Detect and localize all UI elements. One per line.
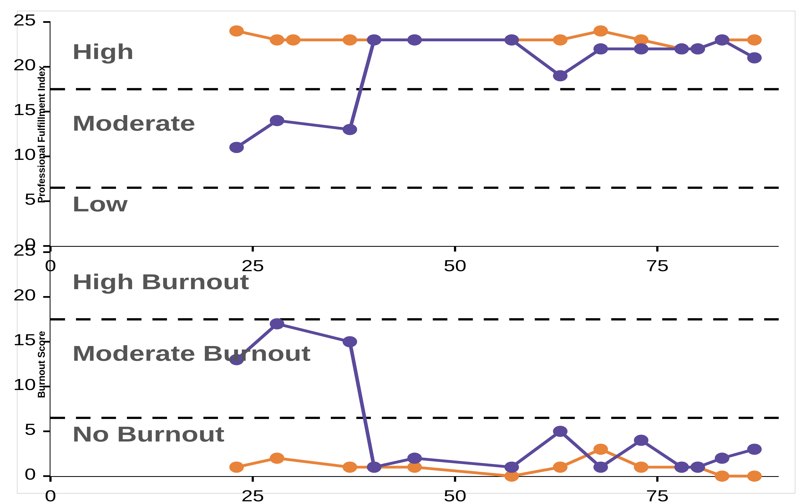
purple-fulfillment-dot: [553, 70, 567, 81]
purple-burnout-line: [237, 324, 754, 467]
y-tick-burnout-20: 20: [13, 286, 36, 303]
chart-svg-burnout: 05101520250255075High BurnoutModerate Bu…: [50, 252, 779, 476]
orange-burnout-dot: [715, 470, 729, 482]
purple-burnout-dot: [593, 461, 608, 473]
purple-fulfillment-dot: [674, 43, 689, 54]
x-tick-burnout-50: 50: [443, 487, 466, 504]
purple-burnout-dot: [504, 461, 519, 473]
y-tick-burnout-10: 10: [13, 376, 36, 393]
chart-container: Professional Fulfillment Index0510152025…: [17, 11, 795, 494]
zone-label-burnout-2: No Burnout: [72, 422, 225, 446]
orange-burnout-dot: [343, 461, 357, 473]
purple-burnout-dot: [634, 435, 648, 446]
zone-label-fulfillment-0: High: [72, 40, 134, 63]
purple-burnout-dot: [367, 461, 381, 473]
y-tick-burnout-0: 0: [24, 465, 36, 483]
orange-burnout-dot: [634, 461, 648, 473]
purple-burnout-dot: [715, 453, 729, 464]
purple-fulfillment-dot: [691, 43, 705, 54]
purple-fulfillment-dot: [343, 124, 357, 135]
y-tick-fulfillment-15: 15: [13, 101, 36, 118]
orange-burnout-dot: [553, 461, 567, 473]
purple-burnout-dot: [691, 461, 705, 473]
purple-fulfillment-dot: [715, 34, 729, 45]
plot-area-fulfillment: 05101520250255075HighModerateLow: [50, 22, 779, 247]
purple-fulfillment-dot: [747, 52, 762, 63]
y-axis-label-burnout: Burnout Score: [34, 252, 50, 477]
orange-burnout-dot: [593, 443, 608, 455]
purple-burnout-dot: [674, 461, 689, 473]
purple-fulfillment-dot: [229, 142, 244, 153]
orange-fulfillment-dot: [229, 25, 244, 36]
x-tick-burnout-75: 75: [646, 487, 669, 504]
orange-burnout-dot: [270, 453, 284, 464]
purple-fulfillment-line: [237, 40, 754, 147]
orange-burnout-dot: [747, 470, 762, 482]
chart-panel-burnout: Burnout Score05101520250255075High Burno…: [34, 252, 779, 477]
orange-fulfillment-dot: [343, 34, 357, 45]
zone-label-fulfillment-1: Moderate: [72, 111, 195, 135]
purple-burnout-dot: [343, 336, 357, 347]
y-tick-fulfillment-5: 5: [24, 190, 36, 208]
zone-label-burnout-0: High Burnout: [72, 270, 249, 293]
purple-fulfillment-dot: [367, 34, 381, 45]
purple-burnout-dot: [553, 426, 567, 437]
purple-fulfillment-dot: [270, 115, 284, 126]
y-tick-fulfillment-20: 20: [13, 56, 36, 73]
chart-svg-fulfillment: 05101520250255075HighModerateLow: [50, 22, 779, 246]
y-tick-fulfillment-25: 25: [13, 11, 36, 28]
orange-burnout-dot: [229, 461, 244, 473]
zone-label-fulfillment-2: Low: [72, 192, 128, 216]
orange-fulfillment-dot: [553, 34, 567, 45]
orange-fulfillment-dot: [747, 34, 762, 45]
purple-burnout-dot: [270, 318, 284, 329]
purple-fulfillment-dot: [634, 43, 648, 54]
zone-label-burnout-1: Moderate Burnout: [72, 341, 311, 365]
purple-fulfillment-dot: [593, 43, 608, 54]
y-tick-fulfillment-10: 10: [13, 145, 36, 163]
y-tick-burnout-25: 25: [13, 241, 36, 259]
y-tick-burnout-5: 5: [24, 420, 36, 438]
orange-fulfillment-dot: [593, 25, 608, 36]
purple-burnout-dot: [407, 453, 422, 464]
plot-area-burnout: 05101520250255075High BurnoutModerate Bu…: [50, 252, 779, 477]
y-axis-label-fulfillment: Professional Fulfillment Index: [34, 22, 50, 247]
orange-fulfillment-dot: [270, 34, 284, 45]
y-tick-burnout-15: 15: [13, 331, 36, 348]
purple-fulfillment-dot: [407, 34, 422, 45]
purple-fulfillment-dot: [504, 34, 519, 45]
x-tick-burnout-25: 25: [241, 487, 264, 504]
orange-fulfillment-dot: [286, 34, 300, 45]
purple-burnout-dot: [747, 443, 762, 455]
chart-panel-fulfillment: Professional Fulfillment Index0510152025…: [34, 22, 779, 247]
x-tick-burnout-0: 0: [45, 487, 56, 504]
